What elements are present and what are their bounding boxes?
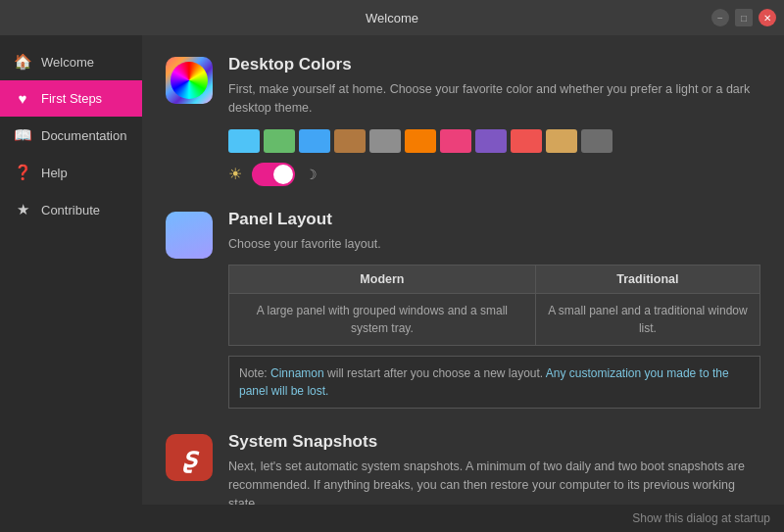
window-title: Welcome: [366, 11, 418, 25]
color-swatches: [228, 129, 760, 153]
panel-icon: [166, 212, 213, 259]
colors-desc: First, make yourself at home. Choose you…: [228, 80, 760, 118]
modern-desc[interactable]: A large panel with grouped windows and a…: [229, 294, 536, 346]
panel-desc: Choose your favorite layout.: [228, 235, 760, 254]
snapshots-icon: ʂ: [166, 434, 213, 481]
color-swatch[interactable]: [440, 129, 471, 153]
close-button[interactable]: ✕: [759, 9, 776, 26]
panel-layout-section: Panel Layout Choose your favorite layout…: [166, 210, 760, 410]
color-wheel-icon: [171, 62, 208, 99]
colors-icon: [166, 57, 213, 104]
color-swatch[interactable]: [581, 129, 612, 153]
content-area: Desktop Colors First, make yourself at h…: [142, 35, 784, 505]
sidebar-item-first-steps[interactable]: ♥ First Steps: [0, 80, 142, 117]
color-swatch[interactable]: [228, 129, 260, 153]
colors-title: Desktop Colors: [228, 55, 760, 74]
color-swatch[interactable]: [299, 129, 330, 153]
colors-body: Desktop Colors First, make yourself at h…: [228, 55, 760, 186]
color-swatch[interactable]: [264, 129, 295, 153]
sidebar-item-welcome-label: Welcome: [41, 55, 94, 70]
sidebar-item-help[interactable]: ❓ Help: [0, 154, 142, 191]
desktop-colors-section: Desktop Colors First, make yourself at h…: [166, 55, 760, 186]
snapshots-body: System Snapshots Next, let's set automat…: [228, 432, 760, 505]
traditional-desc[interactable]: A small panel and a traditional window l…: [535, 294, 760, 346]
theme-toggle[interactable]: [252, 163, 295, 186]
system-snapshots-section: ʂ System Snapshots Next, let's set autom…: [166, 432, 760, 505]
cinnamon-highlight: Cinnamon: [270, 366, 324, 380]
snapshots-desc: Next, let's set automatic system snapsho…: [228, 458, 760, 505]
traditional-header[interactable]: Traditional: [535, 266, 760, 294]
panel-body: Panel Layout Choose your favorite layout…: [228, 210, 760, 410]
panel-layout-table: Modern Traditional A large panel with gr…: [228, 265, 760, 346]
sidebar-item-contribute[interactable]: ★ Contribute: [0, 191, 142, 228]
color-swatch[interactable]: [405, 129, 436, 153]
home-icon: 🏠: [14, 53, 31, 71]
sidebar-item-first-steps-label: First Steps: [41, 91, 102, 106]
color-swatch[interactable]: [511, 129, 542, 153]
main-layout: 🏠 Welcome ♥ First Steps 📖 Documentation …: [0, 35, 784, 505]
maximize-button[interactable]: □: [735, 9, 753, 26]
sidebar: 🏠 Welcome ♥ First Steps 📖 Documentation …: [0, 35, 142, 505]
bottom-bar: Show this dialog at startup: [0, 505, 784, 532]
window-controls: − □ ✕: [711, 9, 776, 26]
modern-header[interactable]: Modern: [229, 266, 536, 294]
sidebar-item-contribute-label: Contribute: [41, 203, 100, 218]
color-swatch[interactable]: [546, 129, 577, 153]
color-swatch[interactable]: [369, 129, 401, 153]
sidebar-item-documentation-label: Documentation: [41, 128, 126, 143]
sidebar-item-help-label: Help: [41, 166, 68, 180]
theme-toggle-row: ☀ ☽: [228, 163, 760, 186]
sidebar-item-documentation[interactable]: 📖 Documentation: [0, 117, 142, 154]
titlebar: Welcome − □ ✕: [0, 0, 784, 35]
timeshift-icon: ʂ: [182, 442, 197, 474]
book-icon: 📖: [14, 126, 31, 144]
moon-icon: ☽: [305, 167, 318, 182]
toggle-knob: [273, 165, 293, 184]
sidebar-item-welcome[interactable]: 🏠 Welcome: [0, 43, 142, 80]
help-icon: ❓: [14, 164, 31, 181]
minimize-button[interactable]: −: [711, 9, 729, 26]
note-mid: will restart after you choose a new layo…: [324, 366, 546, 380]
star-icon: ★: [14, 201, 31, 218]
startup-dialog-text: Show this dialog at startup: [632, 511, 770, 525]
snapshots-title: System Snapshots: [228, 432, 760, 452]
panel-title: Panel Layout: [228, 210, 760, 229]
heart-icon: ♥: [14, 90, 31, 107]
color-swatch[interactable]: [334, 129, 366, 153]
sun-icon: ☀: [228, 165, 242, 183]
panel-note: Note: Cinnamon will restart after you ch…: [228, 356, 760, 409]
color-swatch[interactable]: [475, 129, 507, 153]
note-prefix: Note:: [239, 366, 270, 380]
